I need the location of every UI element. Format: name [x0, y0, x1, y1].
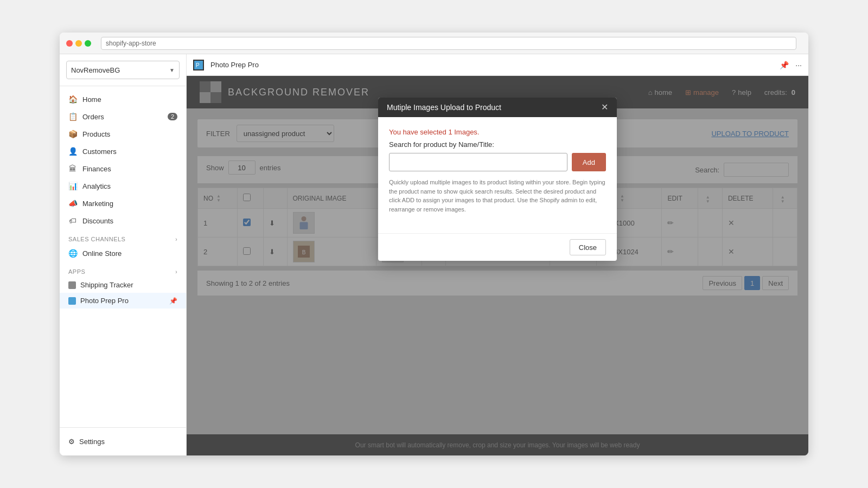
modal-add-button[interactable]: Add: [572, 153, 606, 171]
main-content: P Photo Prep Pro 📌 ···: [187, 54, 808, 455]
modal-header: Mutiple Images Upload to Product ✕: [378, 98, 617, 117]
modal-footer: Close: [378, 233, 617, 261]
sidebar-nav: 🏠 Home 📋 Orders 2 📦 Products 👤 Customers: [60, 86, 186, 427]
sidebar-item-finances[interactable]: 🏛 Finances: [60, 160, 186, 177]
pin-icon: 📌: [169, 297, 177, 305]
analytics-icon: 📊: [68, 182, 77, 190]
modal-close-button[interactable]: Close: [570, 239, 606, 255]
apps-section-header: Apps ›: [60, 262, 186, 277]
store-name: NovRemoveBG: [71, 66, 120, 74]
marketing-icon: 📣: [68, 199, 77, 208]
browser-maximize-dot[interactable]: [85, 40, 91, 47]
sidebar-item-orders[interactable]: 📋 Orders 2: [60, 108, 186, 125]
sidebar-item-label: Analytics: [82, 182, 111, 190]
photo-prep-app: BACKGROUND REMOVER ⌂ home ⊞ manage ?: [187, 76, 808, 455]
browser-close-dot[interactable]: [66, 40, 73, 47]
modal-close-x-button[interactable]: ✕: [601, 103, 608, 112]
online-store-icon: 🌐: [68, 249, 77, 258]
sidebar-item-online-store[interactable]: 🌐 Online Store: [60, 245, 186, 262]
modal-search-row: Add: [389, 153, 606, 171]
svg-text:P: P: [196, 62, 200, 68]
sidebar-bottom: ⚙ Settings: [60, 427, 186, 455]
modal-body: You have selected 1 Images. Search for p…: [378, 117, 617, 233]
sidebar-item-settings[interactable]: ⚙ Settings: [68, 434, 177, 449]
modal-product-search-input[interactable]: [389, 153, 567, 171]
settings-label: Settings: [79, 438, 105, 446]
dropdown-arrow-icon: ▼: [169, 67, 175, 73]
sidebar-item-label: Customers: [82, 147, 117, 156]
modal-hint-text: Quickly upload multiple images to its pr…: [389, 178, 606, 214]
orders-badge: 2: [168, 113, 177, 120]
top-bar-more-icon[interactable]: ···: [795, 61, 802, 69]
sales-channels-label: Sales channels: [68, 236, 125, 242]
sidebar-item-label: Shipping Tracker: [80, 281, 133, 289]
upload-to-product-modal: Mutiple Images Upload to Product ✕ You h…: [378, 98, 617, 261]
apps-label: Apps: [68, 268, 85, 275]
sidebar-item-label: Marketing: [82, 200, 113, 208]
finances-icon: 🏛: [68, 164, 77, 173]
app-title: Photo Prep Pro: [210, 61, 259, 69]
modal-overlay: Mutiple Images Upload to Product ✕ You h…: [187, 76, 808, 455]
sidebar-item-label: Finances: [82, 165, 111, 173]
sidebar-item-marketing[interactable]: 📣 Marketing: [60, 195, 186, 212]
store-dropdown[interactable]: NovRemoveBG ▼: [66, 61, 180, 79]
app-icon: P: [193, 60, 204, 70]
customers-icon: 👤: [68, 147, 77, 156]
browser-address-bar[interactable]: shopify-app-store: [101, 37, 796, 50]
sidebar-item-photo-prep[interactable]: Photo Prep Pro 📌: [60, 293, 186, 309]
sidebar-item-label: Discounts: [82, 217, 113, 225]
modal-selected-images-text: You have selected 1 Images.: [389, 128, 606, 136]
app-layout: NovRemoveBG ▼ 🏠 Home 📋 Orders 2 📦 Produc…: [60, 54, 808, 455]
sidebar-item-label: Photo Prep Pro: [80, 297, 129, 305]
browser-controls: [66, 40, 91, 47]
top-bar-actions: 📌 ···: [780, 61, 802, 69]
home-icon: 🏠: [68, 95, 77, 104]
products-icon: 📦: [68, 130, 77, 138]
browser-toolbar: shopify-app-store: [60, 33, 808, 54]
app-top-bar: P Photo Prep Pro 📌 ···: [187, 54, 808, 76]
shipping-tracker-icon: [68, 281, 76, 289]
discounts-icon: 🏷: [68, 216, 77, 225]
sales-channels-section: Sales channels ›: [60, 229, 186, 245]
sidebar-item-label: Online Store: [82, 249, 122, 258]
sidebar-item-label: Orders: [82, 113, 104, 121]
sidebar: NovRemoveBG ▼ 🏠 Home 📋 Orders 2 📦 Produc…: [60, 54, 187, 455]
top-bar-pin-icon[interactable]: 📌: [780, 61, 789, 69]
photo-prep-icon: [68, 297, 76, 305]
sidebar-item-products[interactable]: 📦 Products: [60, 125, 186, 143]
store-selector[interactable]: NovRemoveBG ▼: [60, 54, 186, 86]
sidebar-item-label: Home: [82, 95, 101, 104]
modal-title: Mutiple Images Upload to Product: [387, 103, 501, 112]
sales-channels-arrow-icon: ›: [175, 236, 177, 242]
sidebar-item-label: Products: [82, 130, 110, 138]
modal-search-label: Search for product by Name/Title:: [389, 140, 606, 149]
sidebar-item-discounts[interactable]: 🏷 Discounts: [60, 212, 186, 229]
sidebar-item-shipping-tracker[interactable]: Shipping Tracker: [60, 277, 186, 293]
orders-icon: 📋: [68, 112, 77, 121]
sidebar-item-home[interactable]: 🏠 Home: [60, 91, 186, 108]
sidebar-item-analytics[interactable]: 📊 Analytics: [60, 177, 186, 195]
sidebar-item-customers[interactable]: 👤 Customers: [60, 143, 186, 160]
apps-arrow-icon: ›: [175, 269, 177, 275]
browser-minimize-dot[interactable]: [75, 40, 82, 47]
browser-window: shopify-app-store NovRemoveBG ▼ 🏠 Home 📋…: [60, 33, 808, 455]
settings-icon: ⚙: [68, 438, 75, 446]
